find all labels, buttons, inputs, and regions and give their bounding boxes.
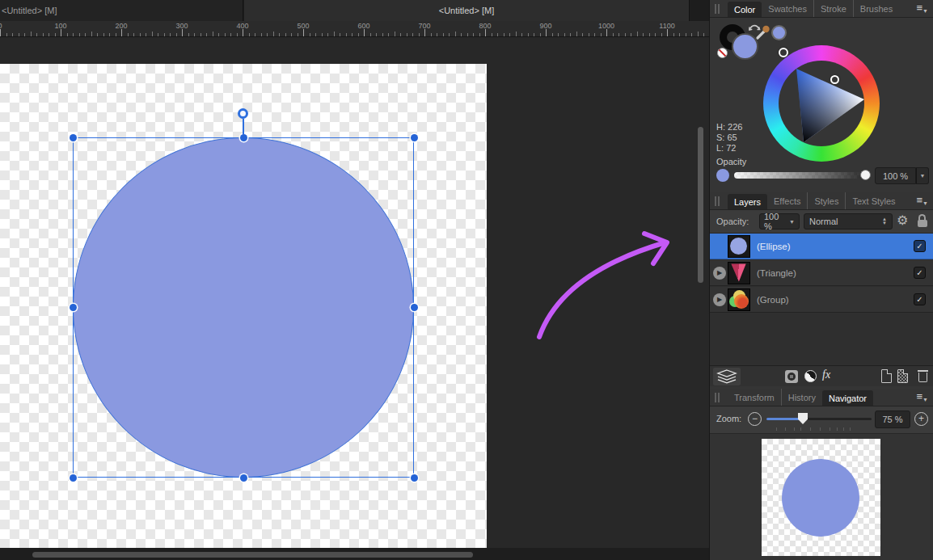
opacity-slider-knob[interactable] [860, 170, 871, 180]
panel-menu-icon[interactable]: ≡▼ [916, 2, 928, 17]
selection-handle-mid-right[interactable] [411, 304, 418, 311]
document-tab[interactable]: <Untitled> [M] [0, 0, 243, 21]
canvas[interactable] [0, 37, 709, 560]
gear-icon[interactable]: ⚙ [897, 213, 908, 228]
visibility-checkbox[interactable]: ✓ [914, 267, 926, 279]
selection-handle-top-right[interactable] [411, 134, 418, 141]
mask-layer-icon[interactable] [785, 370, 798, 383]
panel-grip-icon[interactable] [715, 393, 720, 402]
ellipse-shape[interactable] [73, 137, 414, 478]
new-pixel-layer-icon[interactable] [897, 369, 908, 383]
navigator-preview-area[interactable] [710, 434, 933, 560]
layers-stack-icon [716, 369, 737, 384]
ruler-label: 500 [297, 22, 309, 30]
ruler-label: 900 [539, 22, 551, 30]
opacity-color-dot [716, 169, 729, 182]
opacity-value-field[interactable]: 100 % [875, 167, 916, 184]
zoom-slider-fill [766, 418, 803, 420]
layer-row-ellipse[interactable]: (Ellipse) ✓ [710, 234, 933, 259]
adjustment-layer-icon[interactable] [804, 370, 817, 382]
rotation-handle[interactable] [238, 108, 248, 119]
arrow-annotation [526, 226, 679, 347]
new-layer-icon[interactable] [881, 369, 892, 383]
color-wheel[interactable] [763, 45, 880, 162]
zoom-value-field[interactable]: 75 % [875, 411, 910, 428]
expand-arrow-icon[interactable]: ▶ [713, 293, 726, 306]
picked-color-dot[interactable] [771, 25, 787, 40]
layers-toolbar: fx [710, 365, 933, 386]
ruler: 010020030040050060070080090010001100 [0, 21, 709, 37]
visibility-checkbox[interactable]: ✓ [914, 240, 926, 252]
tab-transform[interactable]: Transform [728, 389, 782, 406]
navigator-page-thumbnail[interactable] [762, 439, 880, 556]
selection-handle-mid-left[interactable] [70, 304, 77, 311]
tab-effects[interactable]: Effects [767, 192, 808, 209]
color-panel-header: Color Swatches Stroke Brushes ≡▼ [710, 0, 933, 18]
panel-grip-icon[interactable] [715, 196, 720, 206]
fill-color-swatch[interactable] [732, 33, 758, 60]
panel-menu-icon[interactable]: ≡▼ [916, 391, 928, 406]
right-panel: Color Swatches Stroke Brushes ≡▼ [709, 0, 933, 560]
horizontal-scrollbar-thumb[interactable] [32, 552, 473, 558]
panel-menu-icon[interactable]: ≡▼ [916, 195, 928, 209]
layer-name: (Group) [757, 287, 789, 313]
ruler-label: 100 [54, 22, 66, 30]
selection-handle-bottom-center[interactable] [240, 474, 247, 482]
blend-mode-dropdown[interactable]: Normal ▲▼ [804, 213, 893, 229]
opacity-label: Opacity [716, 157, 746, 166]
fx-icon[interactable]: fx [822, 368, 830, 381]
color-triangle[interactable] [763, 45, 880, 162]
ruler-label: 1000 [598, 22, 614, 30]
layer-row-triangle[interactable]: ▶ (Triangle) ✓ [710, 260, 933, 286]
layers-opacity-dropdown[interactable]: 100 % ▼ [759, 213, 800, 229]
ruler-label: 300 [175, 22, 188, 30]
zoom-slider-knob[interactable] [798, 413, 808, 424]
layer-name: (Ellipse) [757, 234, 791, 259]
tab-color[interactable]: Color [728, 2, 762, 17]
visibility-checkbox[interactable]: ✓ [914, 293, 926, 305]
tab-styles[interactable]: Styles [808, 192, 846, 209]
opacity-slider[interactable] [734, 172, 862, 179]
lock-icon[interactable] [918, 214, 927, 228]
navigator-zoom-row: Zoom: − 75 % + [710, 406, 933, 434]
no-color-swatch[interactable] [717, 48, 728, 58]
tab-layers[interactable]: Layers [728, 194, 767, 209]
layers-opacity-label: Opacity: [716, 210, 749, 234]
document-tab-label: <Untitled> [M] [439, 6, 494, 15]
document-tab-active[interactable]: <Untitled> [M] [244, 0, 690, 21]
tab-history[interactable]: History [782, 389, 822, 406]
layers-list: (Ellipse) ✓ ▶ (Triangle) ✓ ▶ (Group) ✓ [710, 234, 933, 365]
layers-options-row: Opacity: 100 % ▼ Normal ▲▼ ⚙ [710, 210, 933, 234]
panel-grip-icon[interactable] [715, 4, 720, 14]
opacity-dropdown-button[interactable]: ▼ [916, 167, 929, 184]
layer-row-group[interactable]: ▶ (Group) ✓ [710, 287, 933, 313]
vertical-scrollbar-thumb[interactable] [698, 127, 703, 283]
tab-navigator[interactable]: Navigator [822, 390, 873, 406]
tab-swatches[interactable]: Swatches [762, 0, 814, 17]
ruler-label: 1100 [659, 22, 674, 30]
lightness-value-label: L: 72 [716, 143, 736, 153]
layer-thumbnail [728, 235, 750, 258]
ruler-label: 0 [0, 22, 2, 30]
tab-text-styles[interactable]: Text Styles [846, 192, 901, 209]
layers-stack-button[interactable] [713, 368, 741, 385]
ruler-label: 700 [418, 22, 430, 30]
tab-stroke[interactable]: Stroke [814, 0, 854, 17]
expand-arrow-icon[interactable]: ▶ [713, 267, 726, 280]
zoom-in-button[interactable]: + [914, 412, 928, 426]
layer-name: (Triangle) [757, 260, 796, 286]
ruler-label: 200 [115, 22, 127, 30]
tab-brushes[interactable]: Brushes [854, 0, 899, 17]
selection-handle-top-center[interactable] [240, 134, 247, 141]
zoom-out-button[interactable]: − [748, 412, 762, 426]
selection-handle-bottom-right[interactable] [411, 474, 418, 482]
hue-ring-marker[interactable] [779, 48, 788, 57]
ruler-label: 600 [357, 22, 369, 30]
triangle-marker[interactable] [830, 75, 839, 84]
selection-handle-top-left[interactable] [70, 134, 77, 141]
selection-handle-bottom-left[interactable] [70, 474, 77, 482]
trash-icon[interactable] [918, 369, 928, 383]
document-tab-label: <Untitled> [M] [2, 6, 57, 15]
saturation-value-label: S: 65 [716, 133, 737, 142]
rotation-handle-stem [243, 119, 244, 134]
